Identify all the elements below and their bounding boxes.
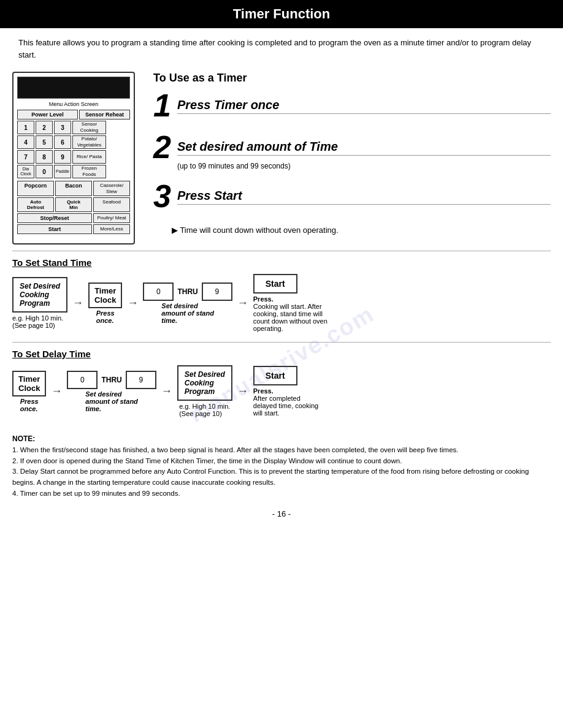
- page: manualsrive.com Timer Function This feat…: [0, 0, 563, 728]
- stand-set-desired-col: Set Desired Cooking Program e.g. High 10…: [12, 277, 67, 329]
- stand-start-col: Start Press. Cooking will start. Afterco…: [253, 274, 327, 332]
- stand-arrow-3: →: [236, 297, 250, 309]
- mw-row-stop: Stop/Reset Poultry/ Meat: [17, 213, 130, 223]
- delay-timer-clock-box[interactable]: TimerClock: [12, 371, 46, 396]
- delay-set-desired-text: Set Desired Cooking Program: [185, 370, 225, 396]
- stand-example: e.g. High 10 min.(See page 10): [12, 314, 63, 329]
- btn-6[interactable]: 6: [54, 135, 71, 149]
- mw-row-0: DiaClock 0 Paddle: [17, 165, 71, 178]
- step-1-content: Press Timer once: [177, 89, 551, 120]
- poultry-meat-btn[interactable]: Poultry/ Meat: [93, 213, 130, 223]
- note-2: 2. If oven door is opened during the Sta…: [12, 457, 402, 464]
- popcorn-btn[interactable]: Popcorn: [17, 181, 54, 196]
- btn-1[interactable]: 1: [17, 121, 34, 134]
- btn-3[interactable]: 3: [54, 121, 71, 134]
- stand-divider: [12, 251, 551, 251]
- btn-2[interactable]: 2: [36, 121, 53, 134]
- step-2: 2 Set desired amount of Time (up to 99 m…: [153, 131, 551, 170]
- frozen-foods-btn[interactable]: Frozen Foods: [72, 165, 106, 178]
- seafood-btn[interactable]: Seafood: [93, 197, 130, 212]
- intro-paragraph: This feature allows you to program a sta…: [0, 37, 563, 61]
- stand-nine: 9: [215, 287, 219, 296]
- paddle-btn[interactable]: Paddle: [54, 165, 71, 178]
- stand-press-detail: Press. Cooking will start. Aftercooking,…: [253, 295, 327, 332]
- stand-thru-col: 0 THRU 9 Set desired amount of stand tim…: [143, 282, 232, 324]
- step-3-number: 3: [153, 180, 171, 212]
- stand-timer-clock-box[interactable]: TimerClock: [88, 282, 122, 308]
- mw-row-456: 4 5 6: [17, 135, 71, 149]
- delay-arrow-3: →: [236, 385, 250, 398]
- mw-row-789: 7 8 9: [17, 150, 71, 164]
- btn-0[interactable]: 0: [36, 165, 53, 178]
- delay-thru-label: THRU: [100, 376, 123, 384]
- delay-zero: 0: [80, 376, 85, 384]
- stand-arrow-1: →: [71, 297, 85, 309]
- microwave-display: [17, 77, 130, 99]
- timer-steps: To Use as a Timer 1 Press Timer once 2 S…: [141, 72, 551, 245]
- power-level-btn[interactable]: Power Level: [17, 110, 78, 119]
- casserole-stew-btn[interactable]: Casserole/ Stew: [93, 181, 130, 196]
- stand-time-section: To Set Stand Time Set Desired Cooking Pr…: [0, 257, 563, 342]
- btn-4[interactable]: 4: [17, 135, 34, 149]
- mw-row-start: Start More/Less: [17, 224, 130, 234]
- microwave-panel: Menu Action Screen Power Level Sensor Re…: [12, 72, 135, 245]
- btn-5[interactable]: 5: [36, 135, 53, 149]
- delay-press-detail: Press. After completeddelayed time, cook…: [253, 387, 318, 417]
- delay-divider: [12, 342, 551, 343]
- delay-start-box[interactable]: Start: [253, 366, 297, 385]
- page-number: - 16 -: [0, 509, 563, 518]
- step-3-text: Press Start: [177, 180, 551, 203]
- main-content: Menu Action Screen Power Level Sensor Re…: [0, 72, 563, 245]
- btn-8[interactable]: 8: [36, 150, 53, 164]
- page-title: Timer Function: [233, 6, 331, 21]
- delay-start-label: Start: [266, 371, 285, 381]
- btn-9[interactable]: 9: [54, 150, 71, 164]
- step-3: 3 Press Start: [153, 180, 551, 212]
- stand-set-desired-box: Set Desired Cooking Program: [12, 277, 67, 313]
- start-btn[interactable]: Start: [17, 224, 92, 234]
- step-1-number: 1: [153, 89, 171, 121]
- mw-row-popcorn: Popcorn Bacon Casserole/ Stew: [17, 181, 130, 196]
- page-header: Timer Function: [0, 0, 563, 28]
- delay-arrow-2: →: [160, 385, 174, 398]
- delay-nine: 9: [139, 376, 143, 384]
- delay-thru-col: 0 THRU 9 Set desired amount of stand tim…: [67, 371, 156, 412]
- delay-set-amount: Set desired amount of stand time.: [85, 390, 138, 412]
- more-less-btn[interactable]: More/Less: [93, 224, 130, 234]
- notes-title: NOTE:: [12, 434, 35, 443]
- delay-example: e.g. High 10 min.(See page 10): [179, 403, 230, 417]
- stand-start-box[interactable]: Start: [253, 274, 297, 294]
- sensor-reheat-btn[interactable]: Sensor Reheat: [79, 110, 130, 119]
- note-3: 3. Delay Start cannot be programmed befo…: [12, 468, 529, 486]
- stand-timer-col: TimerClock Pressonce.: [88, 282, 122, 324]
- stand-start-label: Start: [266, 279, 285, 289]
- step-1: 1 Press Timer once: [153, 89, 551, 121]
- stand-set-desired-text: Set Desired Cooking Program: [20, 282, 60, 308]
- bacon-btn[interactable]: Bacon: [55, 181, 92, 196]
- mw-right-col: Sensor Cooking Potato/ Vegetables Rice/ …: [72, 121, 106, 180]
- mw-num-section: 1 2 3 4 5 6 7 8 9 DiaClock: [17, 121, 130, 180]
- stand-zero: 0: [156, 287, 161, 296]
- rice-pasta-btn[interactable]: Rice/ Pasta: [72, 150, 106, 164]
- auto-defrost-btn[interactable]: AutoDefrost: [17, 197, 54, 212]
- btn-7[interactable]: 7: [17, 150, 34, 164]
- stand-timer-clock-text: TimerClock: [94, 286, 116, 305]
- mw-numpad: 1 2 3 4 5 6 7 8 9 DiaClock: [17, 121, 71, 180]
- delay-arrow-1: →: [50, 385, 63, 398]
- delay-time-title: To Set Delay Time: [12, 349, 551, 359]
- quick-min-btn[interactable]: QuickMin: [55, 197, 92, 212]
- stand-arrow-2: →: [126, 297, 139, 309]
- mw-row-1: Power Level Sensor Reheat: [17, 110, 130, 119]
- dia-clock-btn[interactable]: DiaClock: [17, 165, 34, 178]
- stop-reset-btn[interactable]: Stop/Reset: [17, 213, 92, 223]
- stand-press-once: Pressonce.: [96, 309, 115, 324]
- delay-timer-col: TimerClock Pressonce.: [12, 371, 46, 412]
- delay-timer-clock-text: TimerClock: [18, 374, 40, 393]
- note-4: 4. Timer can be set up to 99 minutes and…: [12, 490, 180, 497]
- stand-thru-label: THRU: [176, 287, 199, 296]
- step-2-note: (up to 99 minutes and 99 seconds): [177, 162, 551, 170]
- sensor-cooking-btn[interactable]: Sensor Cooking: [72, 121, 106, 134]
- delay-nine-box: 9: [126, 371, 156, 389]
- potato-veg-btn[interactable]: Potato/ Vegetables: [72, 135, 106, 149]
- delay-set-desired-col: Set Desired Cooking Program e.g. High 10…: [177, 365, 232, 417]
